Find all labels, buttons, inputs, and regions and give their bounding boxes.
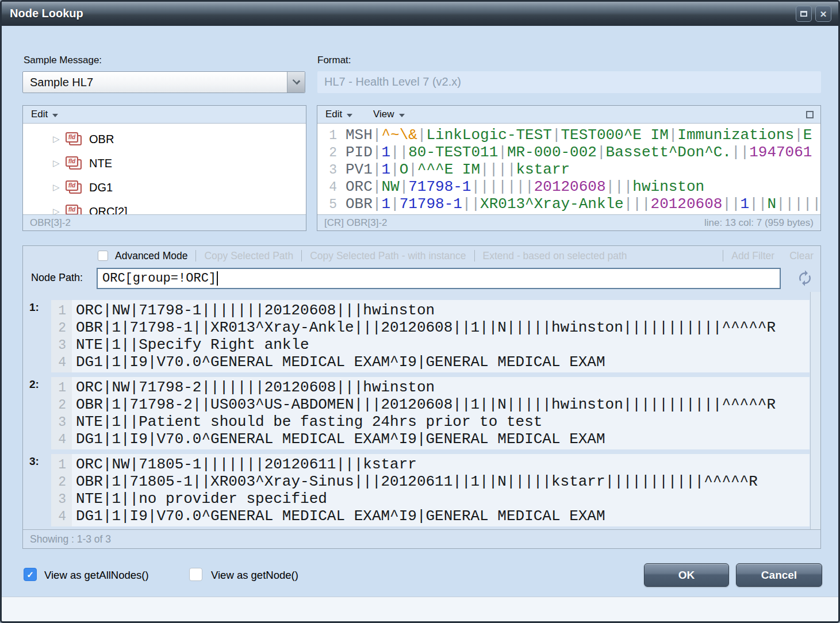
hl7-token-pipe: | (794, 126, 803, 144)
view-as-getnode-label: View as getNode() (211, 569, 298, 582)
tree-edit-menu[interactable]: Edit (31, 109, 58, 120)
result-line: 1ORC|NW|71805-1|||||||20120611|||kstarr (51, 456, 810, 473)
result-line: 1ORC|NW|71798-2|||||||20120608|||hwinsto… (51, 379, 810, 396)
result-line-text: ORC|NW|71798-1|||||||20120608|||hwinston (76, 302, 435, 319)
view-as-getallnodes-checkbox[interactable]: ✓ (24, 568, 37, 581)
message-lines[interactable]: 1MSH|^~\&|LinkLogic-TEST|TEST000^E IM|Im… (317, 124, 820, 214)
node-path-label: Node Path: (31, 272, 83, 284)
close-button[interactable]: ✕ (815, 6, 831, 22)
results-scrollbar[interactable] (810, 292, 820, 529)
line-number: 1 (322, 127, 337, 144)
tree-item[interactable]: ▷fldDG1 (23, 175, 306, 199)
toolbar-action-add-filter[interactable]: Add Filter (731, 250, 774, 262)
sample-message-label: Sample Message: (24, 55, 102, 66)
hl7-token-pipe: ||| (624, 195, 651, 213)
expand-icon[interactable]: ▷ (53, 158, 66, 168)
expand-icon[interactable]: ▷ (53, 134, 66, 144)
hl7-token-pipe: || (731, 144, 749, 161)
result-line-text: ORC|NW|71805-1|||||||20120611|||kstarr (76, 456, 417, 473)
hl7-token-num: 1 (381, 195, 390, 213)
result-line-text: NTE|1||no provider specified (76, 490, 327, 507)
hl7-token-seg: ORC (346, 178, 373, 195)
message-view-menu[interactable]: View (373, 109, 405, 120)
hl7-token-str: TEST000^E IM (561, 126, 669, 144)
text-cursor (217, 271, 218, 286)
result-line-text: DG1|1|I9|V70.0^GENERAL MEDICAL EXAM^I9|G… (76, 507, 605, 525)
message-line[interactable]: 5OBR|1|71798-1||XR013^Xray-Ankle|||20120… (322, 195, 820, 213)
hl7-token-pipe: ||||| (776, 195, 820, 213)
hl7-token-pipe: || (749, 195, 767, 213)
message-edit-menu[interactable]: Edit (325, 109, 352, 120)
message-line[interactable]: 3PV1|1|O|^^^E IM||||kstarr (322, 161, 820, 178)
result-line: 4DG1|1|I9|V70.0^GENERAL MEDICAL EXAM^I9|… (51, 430, 810, 448)
hl7-token-pipe: || (462, 195, 480, 213)
format-value: HL7 - Health Level 7 (v2.x) (324, 75, 461, 89)
result-line-text: OBR|1|71798-2||US003^US-ABDOMEN|||201206… (76, 396, 776, 413)
toolbar: Advanced Mode Copy Selected PathCopy Sel… (23, 246, 820, 266)
tree-item-label: NTE (89, 157, 112, 170)
hl7-token-str: 80-TEST011 (408, 144, 498, 161)
result-line-text: DG1|1|I9|V70.0^GENERAL MEDICAL EXAM^I9|G… (76, 353, 605, 371)
hl7-token-pipe: || (722, 195, 740, 213)
line-number: 2 (51, 397, 66, 414)
result-line: 4DG1|1|I9|V70.0^GENERAL MEDICAL EXAM^I9|… (51, 507, 810, 525)
toolbar-action-copy-selected-path-with-instance[interactable]: Copy Selected Path - with instance (310, 250, 466, 262)
node-path-value: ORC[group=!ORC] (102, 271, 216, 286)
hl7-token-pipe: | (597, 144, 606, 161)
chevron-down-icon (347, 114, 352, 117)
tree-item[interactable]: ▷fldNTE (23, 151, 306, 175)
sample-message-select[interactable]: Sample HL7 (22, 71, 305, 93)
result-group-index: 3: (29, 455, 39, 468)
hl7-token-num: 1 (741, 195, 750, 213)
result-line-text: OBR|1|71798-1||XR013^Xray-Ankle|||201206… (76, 319, 776, 336)
line-number: 4 (51, 354, 66, 371)
message-status-left: [CR] OBR[3]-2 (324, 217, 388, 229)
expand-icon[interactable]: ▷ (53, 206, 66, 214)
toolbar-action-clear[interactable]: Clear (789, 250, 814, 262)
maximize-button[interactable] (796, 6, 812, 22)
hl7-token-pipe: | (669, 126, 678, 144)
toolbar-separator (474, 250, 475, 261)
segment-tree-panel: Edit ▷fldOBR▷fldNTE▷fldDG1▷fldORC[2] OBR… (22, 105, 306, 231)
dialog-title: Node Lookup (10, 7, 83, 20)
hl7-token-str: N (767, 195, 776, 213)
line-number: 3 (322, 161, 337, 179)
refresh-button[interactable] (796, 270, 814, 287)
node-path-input[interactable]: ORC[group=!ORC] (97, 268, 781, 289)
toolbar-separator (723, 250, 723, 261)
hl7-token-pipe: | (373, 161, 382, 178)
chevron-down-icon (399, 114, 405, 117)
tree-items: ▷fldOBR▷fldNTE▷fldDG1▷fldORC[2] (23, 124, 306, 214)
tree-item[interactable]: ▷fldOBR (23, 127, 306, 151)
result-group: 3:1ORC|NW|71805-1|||||||20120611|||kstar… (51, 454, 810, 526)
advanced-mode-label: Advanced Mode (115, 250, 187, 262)
advanced-mode-checkbox[interactable] (98, 251, 108, 261)
message-line[interactable]: 2PID|1||80-TEST011|MR-000-002|Bassett^Do… (322, 144, 820, 161)
result-line: 3NTE|1||Specify Right ankle (51, 336, 810, 353)
toolbar-action-extend-based-on-selected-path[interactable]: Extend - based on selected path (483, 250, 627, 262)
dropdown-arrow-button[interactable] (287, 72, 305, 93)
title-bar[interactable]: Node Lookup ✕ (2, 2, 838, 26)
result-group-index: 1: (29, 301, 39, 314)
ok-button[interactable]: OK (644, 563, 729, 587)
message-line[interactable]: 4ORC|NW|71798-1|||||||20120608|||hwinsto… (322, 178, 820, 195)
expand-panel-icon[interactable] (806, 111, 814, 118)
field-stack-icon: fld (66, 180, 82, 194)
toolbar-action-copy-selected-path[interactable]: Copy Selected Path (204, 250, 293, 262)
message-line[interactable]: 1MSH|^~\&|LinkLogic-TEST|TEST000^E IM|Im… (322, 126, 820, 144)
view-as-getnode-checkbox[interactable] (189, 568, 202, 581)
expand-icon[interactable]: ▷ (53, 182, 66, 193)
hl7-token-date: 1947061 (749, 144, 812, 161)
hl7-token-seg: PV1 (346, 161, 373, 178)
hl7-token-pipe: | (552, 126, 561, 144)
tree-item-label: ORC[2] (89, 205, 128, 215)
cancel-button[interactable]: Cancel (736, 563, 822, 587)
hl7-token-num: 1 (381, 144, 390, 161)
hl7-token-pipe: | (408, 161, 417, 178)
field-stack-icon: fld (66, 205, 82, 214)
tree-status-bar: OBR[3]-2 (23, 214, 306, 230)
hl7-token-str: ^^^E IM (417, 161, 480, 178)
result-line: 4DG1|1|I9|V70.0^GENERAL MEDICAL EXAM^I9|… (51, 353, 810, 371)
tree-item[interactable]: ▷fldORC[2] (23, 199, 306, 214)
hl7-token-seg: MSH (346, 126, 373, 144)
